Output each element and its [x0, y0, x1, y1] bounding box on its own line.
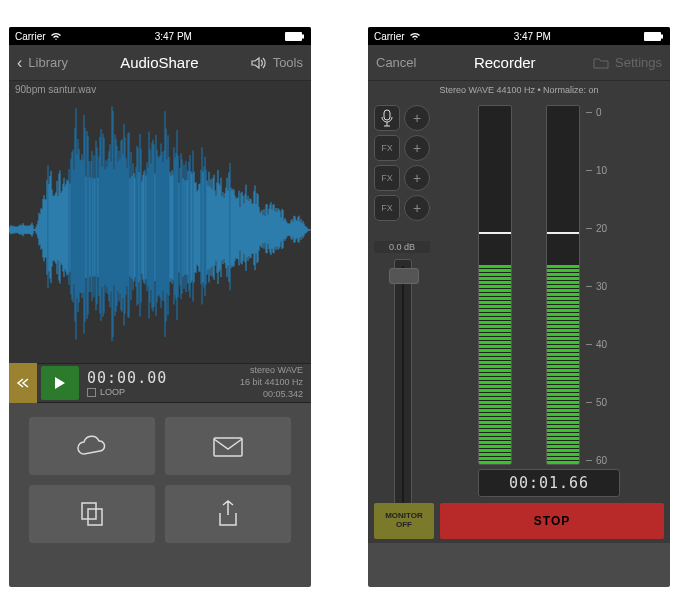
add-fx-3[interactable]: + [404, 195, 430, 221]
chevron-left-icon: ‹ [17, 54, 22, 72]
scale-tick: 20 [586, 223, 607, 234]
meter-left [478, 105, 512, 465]
stop-label: STOP [534, 514, 570, 528]
scale-tick: 30 [586, 281, 607, 292]
playback-time: 00:00.00 [87, 369, 240, 387]
audioshare-screen: Carrier 3:47 PM ‹ Library AudioShare Too… [9, 27, 311, 587]
scale-tick: 50 [586, 397, 607, 408]
gain-readout: 0.0 dB [374, 241, 430, 253]
nav-title: Recorder [474, 54, 536, 71]
clock-label: 3:47 PM [514, 31, 551, 42]
battery-icon [644, 32, 664, 41]
folder-icon[interactable] [593, 56, 609, 69]
mic-button[interactable] [374, 105, 400, 131]
fx-slot-2[interactable]: FX [374, 165, 400, 191]
recorder-screen: Carrier 3:47 PM Cancel Recorder Settings… [368, 27, 670, 587]
tools-button[interactable]: Tools [273, 55, 303, 70]
recording-info: Stereo WAVE 44100 Hz • Normalize: on [368, 81, 670, 99]
collapse-button[interactable] [9, 363, 37, 403]
svg-rect-1 [302, 34, 304, 38]
back-button[interactable]: ‹ Library [17, 54, 68, 72]
svg-rect-307 [88, 509, 102, 525]
meta-format: stereo WAVE [240, 365, 303, 377]
fx-slot-1[interactable]: FX [374, 135, 400, 161]
settings-button[interactable]: Settings [615, 55, 662, 70]
meta-specs: 16 bit 44100 Hz [240, 377, 303, 389]
peak-indicator-right [547, 232, 579, 234]
monitor-button[interactable]: MONITOR OFF [374, 503, 434, 539]
loop-label: LOOP [100, 387, 125, 397]
filename-bar: 90bpm santur.wav [9, 81, 311, 97]
monitor-label-2: OFF [396, 521, 412, 530]
scale-tick: 0 [586, 107, 602, 118]
copy-button[interactable] [29, 485, 155, 543]
gain-fader[interactable] [394, 259, 412, 539]
status-bar: Carrier 3:47 PM [9, 27, 311, 45]
svg-rect-309 [661, 34, 663, 38]
status-bar: Carrier 3:47 PM [368, 27, 670, 45]
carrier-label: Carrier [374, 31, 405, 42]
recorder-body: + FX + FX + FX + 0.0 dB [368, 99, 670, 543]
waveform-display[interactable] [9, 97, 311, 363]
loop-checkbox[interactable] [87, 388, 96, 397]
nav-bar: Cancel Recorder Settings [368, 45, 670, 81]
transport-bar: 00:00.00 LOOP stereo WAVE 16 bit 44100 H… [9, 363, 311, 403]
clock-label: 3:47 PM [155, 31, 192, 42]
filename-label: 90bpm santur.wav [15, 84, 96, 95]
level-meters [478, 105, 580, 465]
cancel-button[interactable]: Cancel [376, 55, 416, 70]
carrier-label: Carrier [15, 31, 46, 42]
speaker-icon[interactable] [251, 56, 267, 70]
file-meta: stereo WAVE 16 bit 44100 Hz 00:05.342 [240, 365, 311, 400]
battery-icon [285, 32, 305, 41]
scale-tick: 60 [586, 455, 607, 466]
svg-rect-0 [285, 32, 302, 41]
cloud-button[interactable] [29, 417, 155, 475]
svg-rect-305 [214, 438, 242, 456]
play-button[interactable] [41, 366, 79, 400]
loop-toggle[interactable]: LOOP [87, 387, 240, 397]
svg-rect-308 [644, 32, 661, 41]
waveform-svg [9, 97, 311, 363]
cancel-label: Cancel [376, 55, 416, 70]
db-scale: 0102030405060 [586, 107, 606, 467]
fx-column: + FX + FX + FX + [374, 105, 430, 221]
fx-slot-3[interactable]: FX [374, 195, 400, 221]
back-label: Library [28, 55, 68, 70]
nav-title: AudioShare [120, 54, 198, 71]
svg-rect-306 [82, 503, 96, 519]
share-button[interactable] [165, 485, 291, 543]
wifi-icon [409, 32, 421, 41]
add-fx-2[interactable]: + [404, 165, 430, 191]
peak-indicator-left [479, 232, 511, 234]
record-time: 00:01.66 [478, 469, 620, 497]
svg-rect-310 [384, 110, 390, 120]
scale-tick: 10 [586, 165, 607, 176]
fader-knob[interactable] [389, 268, 419, 284]
meta-duration: 00:05.342 [240, 389, 303, 401]
mail-button[interactable] [165, 417, 291, 475]
stop-button[interactable]: STOP [440, 503, 664, 539]
nav-bar: ‹ Library AudioShare Tools [9, 45, 311, 81]
scale-tick: 40 [586, 339, 607, 350]
action-grid [9, 403, 311, 557]
add-fx-1[interactable]: + [404, 135, 430, 161]
meter-right [546, 105, 580, 465]
wifi-icon [50, 32, 62, 41]
add-input-button[interactable]: + [404, 105, 430, 131]
